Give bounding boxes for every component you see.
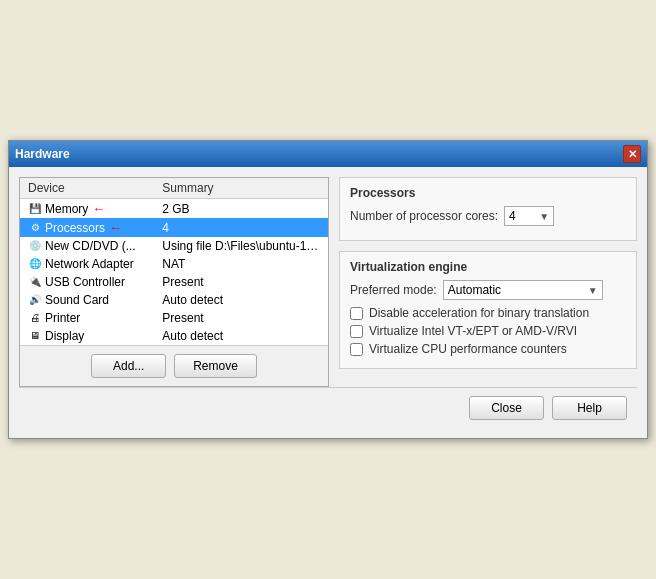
title-bar: Hardware ✕ <box>9 141 647 167</box>
close-button[interactable]: ✕ <box>623 145 641 163</box>
checkbox2-row: Virtualize Intel VT-x/EPT or AMD-V/RVI <box>350 324 626 338</box>
checkbox2[interactable] <box>350 325 363 338</box>
col-device-header: Device <box>20 178 154 199</box>
device-name-cell: 🌐Network Adapter <box>20 255 154 273</box>
main-content: Device Summary 💾Memory ←2 GB⚙Processors … <box>19 177 637 387</box>
device-table: Device Summary 💾Memory ←2 GB⚙Processors … <box>20 178 328 345</box>
add-button[interactable]: Add... <box>91 354 166 378</box>
table-row[interactable]: 💾Memory ←2 GB <box>20 199 328 219</box>
device-icon: 🔊 <box>28 294 42 306</box>
device-name-label: New CD/DVD (... <box>45 239 136 253</box>
processors-title: Processors <box>350 186 626 200</box>
device-icon: 🔌 <box>28 276 42 288</box>
device-name-cell: ⚙Processors ← <box>20 218 154 237</box>
device-summary-cell: Using file D:\Files\ubuntu-14.04.4... <box>154 237 328 255</box>
checkbox3-row: Virtualize CPU performance counters <box>350 342 626 356</box>
checkbox1-label: Disable acceleration for binary translat… <box>369 306 589 320</box>
device-icon: 🌐 <box>28 258 42 270</box>
device-name-label: Network Adapter <box>45 257 134 271</box>
checkbox3-label: Virtualize CPU performance counters <box>369 342 567 356</box>
mode-row: Preferred mode: Automatic ▼ <box>350 280 626 300</box>
help-button[interactable]: Help <box>552 396 627 420</box>
table-row[interactable]: 💿New CD/DVD (...Using file D:\Files\ubun… <box>20 237 328 255</box>
annotation-arrow-icon: ← <box>92 201 105 216</box>
device-icon: 💿 <box>28 240 42 252</box>
device-name-cell: 💿New CD/DVD (... <box>20 237 154 255</box>
footer-buttons: Close Help <box>19 387 637 428</box>
device-name-label: USB Controller <box>45 275 125 289</box>
mode-label: Preferred mode: <box>350 283 437 297</box>
bottom-buttons: Add... Remove <box>20 345 328 386</box>
table-row[interactable]: 🔌USB ControllerPresent <box>20 273 328 291</box>
device-summary-cell: Present <box>154 309 328 327</box>
close-button-footer[interactable]: Close <box>469 396 544 420</box>
left-panel: Device Summary 💾Memory ←2 GB⚙Processors … <box>19 177 329 387</box>
device-name-cell: 💾Memory ← <box>20 199 154 218</box>
table-row[interactable]: 🖥DisplayAuto detect <box>20 327 328 345</box>
processors-section: Processors Number of processor cores: 4 … <box>339 177 637 241</box>
right-panel: Processors Number of processor cores: 4 … <box>339 177 637 387</box>
device-name-cell: 🖨Printer <box>20 309 154 327</box>
device-name-cell: 🔌USB Controller <box>20 273 154 291</box>
checkbox1-row: Disable acceleration for binary translat… <box>350 306 626 320</box>
mode-value: Automatic <box>448 283 501 297</box>
checkbox1[interactable] <box>350 307 363 320</box>
hardware-window: Hardware ✕ Device Summary 💾Memory ←2 GB⚙… <box>8 140 648 439</box>
device-summary-cell: 2 GB <box>154 199 328 219</box>
device-name-label: Memory <box>45 202 88 216</box>
device-name-cell: 🔊Sound Card <box>20 291 154 309</box>
table-row[interactable]: ⚙Processors ←4 <box>20 218 328 237</box>
cores-row: Number of processor cores: 4 ▼ <box>350 206 626 226</box>
device-icon: 🖥 <box>28 330 42 342</box>
device-name-label: Processors <box>45 221 105 235</box>
remove-button[interactable]: Remove <box>174 354 257 378</box>
device-summary-cell: Auto detect <box>154 291 328 309</box>
device-icon: 🖨 <box>28 312 42 324</box>
col-summary-header: Summary <box>154 178 328 199</box>
window-body: Device Summary 💾Memory ←2 GB⚙Processors … <box>9 167 647 438</box>
virtualization-title: Virtualization engine <box>350 260 626 274</box>
device-icon: ⚙ <box>28 222 42 234</box>
device-summary-cell: Auto detect <box>154 327 328 345</box>
annotation-arrow-icon: ← <box>109 220 122 235</box>
mode-select[interactable]: Automatic ▼ <box>443 280 603 300</box>
cores-select[interactable]: 4 ▼ <box>504 206 554 226</box>
device-name-label: Display <box>45 329 84 343</box>
device-name-label: Sound Card <box>45 293 109 307</box>
checkbox2-label: Virtualize Intel VT-x/EPT or AMD-V/RVI <box>369 324 577 338</box>
device-name-label: Printer <box>45 311 80 325</box>
device-summary-cell: Present <box>154 273 328 291</box>
mode-arrow-icon: ▼ <box>588 285 598 296</box>
virtualization-section: Virtualization engine Preferred mode: Au… <box>339 251 637 369</box>
device-summary-cell: 4 <box>154 218 328 237</box>
cores-value: 4 <box>509 209 516 223</box>
window-title: Hardware <box>15 147 70 161</box>
device-summary-cell: NAT <box>154 255 328 273</box>
cores-label: Number of processor cores: <box>350 209 498 223</box>
table-row[interactable]: 🖨PrinterPresent <box>20 309 328 327</box>
table-row[interactable]: 🌐Network AdapterNAT <box>20 255 328 273</box>
device-name-cell: 🖥Display <box>20 327 154 345</box>
checkbox3[interactable] <box>350 343 363 356</box>
device-icon: 💾 <box>28 203 42 215</box>
cores-arrow-icon: ▼ <box>539 211 549 222</box>
table-row[interactable]: 🔊Sound CardAuto detect <box>20 291 328 309</box>
